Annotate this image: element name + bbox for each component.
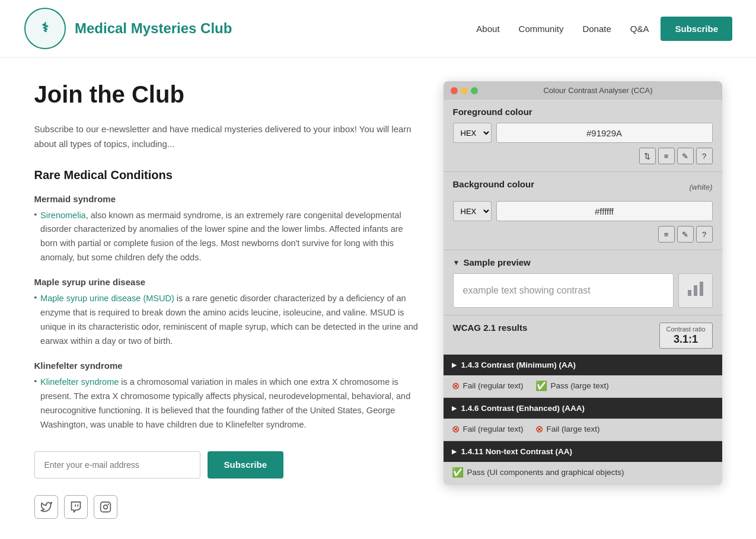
page-title: Join the Club xyxy=(34,81,420,108)
twitter-icon[interactable] xyxy=(34,495,58,519)
pass-icon-143-1: ✅ xyxy=(535,380,547,391)
svg-point-4 xyxy=(108,504,109,505)
foreground-swap-button[interactable]: ⇅ xyxy=(639,148,656,164)
background-sliders-button[interactable]: ≡ xyxy=(658,226,675,243)
wcag-result-text-143-1: Pass (large text) xyxy=(551,381,609,390)
results-header: WCAG 2.1 results Contrast ratio 3.1:1 xyxy=(453,323,713,349)
logo-area: ⚕ Medical Mysteries Club xyxy=(24,7,232,50)
preview-chart-box xyxy=(678,273,713,308)
svg-rect-6 xyxy=(694,285,697,296)
chart-icon xyxy=(686,279,705,302)
wcag-results-143: ⊗ Fail (regular text) ✅ Pass (large text… xyxy=(444,375,722,398)
foreground-hex-input[interactable] xyxy=(496,123,713,143)
foreground-sliders-button[interactable]: ≡ xyxy=(658,148,675,164)
preview-text: example text showing contrast xyxy=(463,285,591,296)
svg-rect-5 xyxy=(688,290,691,296)
preview-title: Sample preview xyxy=(463,257,530,267)
condition-link-klinefelter[interactable]: Klinefelter syndrome xyxy=(40,377,119,387)
condition-link-mermaid[interactable]: Sirenomelia xyxy=(40,211,86,220)
preview-content: example text showing contrast xyxy=(453,273,713,308)
wcag-result-text-143-0: Fail (regular text) xyxy=(463,381,524,390)
preview-text-box: example text showing contrast xyxy=(453,273,674,308)
wcag-arrow-143: ▶ xyxy=(452,361,457,369)
nav-about[interactable]: About xyxy=(469,19,506,39)
bullet-icon-3: ▪ xyxy=(34,377,37,385)
background-hex-input[interactable] xyxy=(496,201,713,221)
main-nav: About Community Donate Q&A Subscribe xyxy=(469,17,732,41)
condition-title-mermaid: Mermaid syndrome xyxy=(34,194,420,204)
foreground-format-select[interactable]: HEX xyxy=(453,123,492,143)
wcag-result-146-1: ⊗ Fail (large text) xyxy=(535,423,600,435)
bullet-icon: ▪ xyxy=(34,210,37,219)
close-dot[interactable] xyxy=(451,87,458,94)
results-title: WCAG 2.1 results xyxy=(453,323,528,333)
condition-link-msud[interactable]: Maple syrup urine disease (MSUD) xyxy=(40,294,174,303)
wcag-result-143-1: ✅ Pass (large text) xyxy=(535,380,609,391)
background-tools: ≡ ✎ ? xyxy=(453,226,713,243)
nav-community[interactable]: Community xyxy=(512,19,571,39)
fail-icon-146-0: ⊗ xyxy=(452,423,460,435)
condition-text-klinefelter: Klinefelter syndrome is a chromosomal va… xyxy=(40,375,419,432)
foreground-help-button[interactable]: ? xyxy=(696,148,713,164)
foreground-eyedropper-button[interactable]: ✎ xyxy=(677,148,694,164)
wcag-item-143: ▶ 1.4.3 Contrast (Minimum) (AA) ⊗ Fail (… xyxy=(444,355,722,398)
preview-triangle-icon: ▼ xyxy=(453,259,460,267)
cca-titlebar: Colour Contrast Analyser (CCA) xyxy=(444,81,722,100)
minimize-dot[interactable] xyxy=(461,87,468,94)
form-subscribe-button[interactable]: Subscribe xyxy=(208,451,284,479)
wcag-results-1411: ✅ Pass (UI components and graphical obje… xyxy=(444,462,722,485)
wcag-result-text-1411-0: Pass (UI components and graphical object… xyxy=(467,468,624,477)
svg-rect-7 xyxy=(700,282,703,296)
background-white-label: (white) xyxy=(689,183,712,192)
wcag-item-1411: ▶ 1.4.11 Non-text Contrast (AA) ✅ Pass (… xyxy=(444,441,722,485)
wcag-result-text-146-0: Fail (regular text) xyxy=(463,425,524,433)
wcag-arrow-146: ▶ xyxy=(452,404,457,412)
background-title-row: Background colour (white) xyxy=(453,179,713,195)
social-icons xyxy=(34,495,420,519)
wcag-bar-1411[interactable]: ▶ 1.4.11 Non-text Contrast (AA) xyxy=(444,441,722,462)
background-help-button[interactable]: ? xyxy=(696,226,713,243)
wcag-result-146-0: ⊗ Fail (regular text) xyxy=(452,423,524,435)
wcag-result-143-0: ⊗ Fail (regular text) xyxy=(452,380,524,391)
header-subscribe-button[interactable]: Subscribe xyxy=(661,17,732,41)
foreground-section: Foreground colour HEX ⇅ ≡ ✎ ? xyxy=(444,100,722,171)
content-area: Join the Club Subscribe to our e-newslet… xyxy=(34,81,420,519)
email-input[interactable] xyxy=(34,451,200,479)
subscribe-form: Subscribe xyxy=(34,451,420,479)
foreground-input-row: HEX xyxy=(453,123,713,143)
wcag-result-text-146-1: Fail (large text) xyxy=(547,425,600,433)
fail-icon-143-0: ⊗ xyxy=(452,380,460,391)
condition-item-klinefelter: ▪ Klinefelter syndrome is a chromosomal … xyxy=(34,375,420,432)
header: ⚕ Medical Mysteries Club About Community… xyxy=(0,0,756,58)
instagram-icon[interactable] xyxy=(94,495,117,519)
background-format-select[interactable]: HEX xyxy=(453,201,492,221)
svg-text:⚕: ⚕ xyxy=(42,20,49,35)
svg-rect-2 xyxy=(100,502,110,512)
maximize-dot[interactable] xyxy=(471,87,478,94)
condition-text-mermaid: Sirenomelia, also known as mermaid syndr… xyxy=(40,209,419,266)
pass-icon-1411-0: ✅ xyxy=(452,467,464,478)
main-container: Join the Club Subscribe to our e-newslet… xyxy=(11,58,746,539)
wcag-label-1411: 1.4.11 Non-text Contrast (AA) xyxy=(461,447,573,456)
logo-icon: ⚕ xyxy=(24,7,66,50)
condition-item-mermaid: ▪ Sirenomelia, also known as mermaid syn… xyxy=(34,209,420,266)
wcag-bar-143[interactable]: ▶ 1.4.3 Contrast (Minimum) (AA) xyxy=(444,355,722,375)
wcag-label-146: 1.4.6 Contrast (Enhanced) (AAA) xyxy=(461,404,585,413)
section-title: Rare Medical Conditions xyxy=(34,168,420,182)
condition-desc-mermaid: , also known as mermaid syndrome, is an … xyxy=(40,211,403,263)
titlebar-dots xyxy=(451,87,478,94)
bullet-icon-2: ▪ xyxy=(34,293,37,302)
wcag-label-143: 1.4.3 Contrast (Minimum) (AA) xyxy=(461,361,576,369)
intro-text: Subscribe to our e-newsletter and have m… xyxy=(34,122,420,152)
nav-donate[interactable]: Donate xyxy=(575,19,618,39)
wcag-results-146: ⊗ Fail (regular text) ⊗ Fail (large text… xyxy=(444,419,722,441)
nav-qna[interactable]: Q&A xyxy=(623,19,656,39)
contrast-ratio-label: Contrast ratio xyxy=(666,326,706,333)
background-section: Background colour (white) HEX ≡ ✎ ? xyxy=(444,171,722,250)
twitch-icon[interactable] xyxy=(64,495,88,519)
site-title[interactable]: Medical Mysteries Club xyxy=(75,20,232,37)
wcag-result-1411-0: ✅ Pass (UI components and graphical obje… xyxy=(452,467,624,478)
wcag-bar-146[interactable]: ▶ 1.4.6 Contrast (Enhanced) (AAA) xyxy=(444,398,722,419)
wcag-arrow-1411: ▶ xyxy=(452,448,457,455)
background-eyedropper-button[interactable]: ✎ xyxy=(677,226,694,243)
